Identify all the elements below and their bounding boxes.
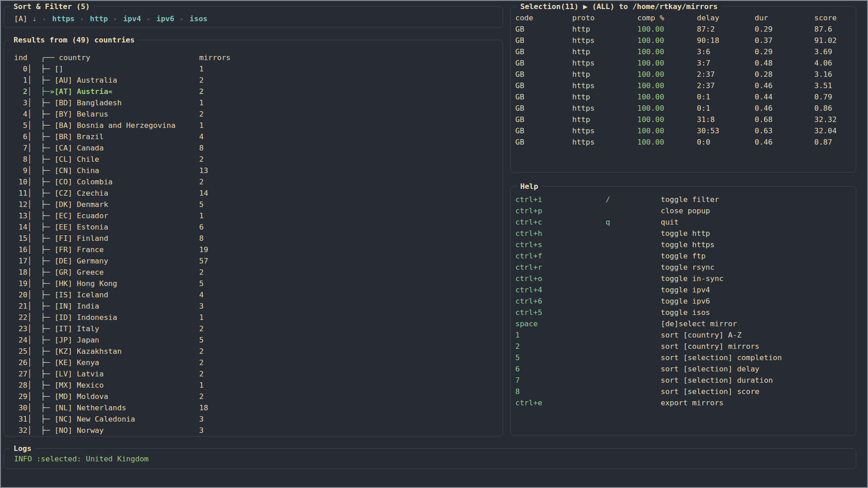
cell-code: GB [515, 23, 572, 35]
cell-score: 3.69 [814, 46, 832, 57]
country-row[interactable]: 11│ ├─ [CZ] Czechia14 [14, 188, 503, 199]
cell-code: GB [515, 125, 572, 136]
country-row[interactable]: 13│ ├─ [EC] Ecuador1 [14, 210, 503, 221]
cell-completion: 100.00 [637, 80, 697, 91]
help-keybinding: ctrl+r [515, 262, 606, 273]
country-row[interactable]: 18│ ├─ [GR] Greece2 [14, 267, 503, 278]
country-row[interactable]: 25│ ├─ [KZ] Kazakhstan2 [14, 346, 503, 357]
country-row[interactable]: 30│ ├─ [NL] Netherlands18 [14, 402, 503, 413]
help-description: toggle isos [661, 308, 710, 317]
country-row[interactable]: 0│ ├─ []1 [14, 63, 503, 75]
help-keybinding: ctrl+h [515, 228, 606, 239]
country-row[interactable]: 2│ ├─»[AT] Austria«2 [14, 86, 503, 97]
help-description: toggle ipv4 [661, 286, 710, 294]
country-row[interactable]: 26│ ├─ [KE] Kenya2 [14, 357, 503, 368]
country-row[interactable]: 17│ ├─ [DE] Germany57 [14, 255, 503, 267]
selection-row[interactable]: GBhttp100.000:10.440.79 [515, 91, 856, 103]
country-row[interactable]: 15│ ├─ [FI] Finland8 [14, 233, 503, 244]
country-mirror-count: 2 [199, 267, 204, 278]
help-description: sort [selection] duration [661, 376, 773, 385]
country-header-text: ind ╭── country [14, 53, 90, 62]
selection-row[interactable]: GBhttps100.0030:530.6332.04 [515, 125, 856, 136]
cell-score: 32.32 [814, 114, 837, 125]
country-mirror-count: 1 [199, 380, 204, 391]
help-description: close popup [661, 206, 710, 215]
country-row-text: 20│ ├─ [IS] Iceland [14, 291, 108, 299]
results-panel: Results from (49) countries ind ╭── coun… [4, 40, 503, 436]
selection-row[interactable]: GBhttp100.003:60.293.69 [515, 46, 856, 57]
country-row[interactable]: 27│ ├─ [LV] Latvia2 [14, 368, 503, 380]
cell-score: 0.87 [814, 136, 832, 148]
help-keybinding: 5 [515, 352, 606, 363]
help-description: sort [selection] delay [661, 365, 760, 373]
cell-completion: 100.00 [637, 46, 697, 57]
selection-row[interactable]: GBhttps100.000:10.460.86 [515, 103, 856, 114]
country-row[interactable]: 32│ ├─ [NO] Norway3 [14, 425, 503, 436]
country-row[interactable]: 9│ ├─ [CN] China13 [14, 165, 503, 176]
country-mirror-count: 2 [199, 323, 204, 334]
country-row[interactable]: 23│ ├─ [IT] Italy2 [14, 323, 503, 334]
selection-row[interactable]: GBhttps100.003:70.484.06 [515, 57, 856, 69]
cell-code: GB [515, 114, 572, 125]
country-row[interactable]: 20│ ├─ [IS] Iceland4 [14, 289, 503, 300]
filter-separator-icon: ▸ [80, 13, 84, 24]
country-row[interactable]: 7│ ├─ [CA] Canada8 [14, 142, 503, 154]
cell-proto: https [572, 125, 637, 136]
selection-row[interactable]: GBhttp100.002:370.283.16 [515, 69, 856, 80]
help-row: ctrl+eexport mirrors [515, 397, 856, 408]
country-row[interactable]: 22│ ├─ [ID] Indonesia1 [14, 312, 503, 323]
country-row[interactable]: 6│ ├─ [BR] Brazil4 [14, 131, 503, 142]
sort-direction-arrow-icon: ⇣ [33, 13, 37, 24]
cell-duration: 0.63 [755, 125, 814, 136]
country-row[interactable]: 29│ ├─ [MD] Moldova2 [14, 391, 503, 402]
country-mirror-count: 3 [199, 300, 204, 312]
help-row: ctrl+stoggle https [515, 239, 856, 250]
selection-col-header: score [814, 12, 837, 23]
help-row: ctrl+i/toggle filter [515, 194, 856, 205]
country-row[interactable]: 24│ ├─ [JP] Japan5 [14, 334, 503, 346]
cell-duration: 0.29 [755, 23, 814, 35]
country-row[interactable]: 16│ ├─ [FR] France19 [14, 244, 503, 255]
filter-tag-http[interactable]: http [90, 13, 108, 24]
country-row[interactable]: 4│ ├─ [BY] Belarus2 [14, 108, 503, 120]
country-row[interactable]: 14│ ├─ [EE] Estonia6 [14, 221, 503, 233]
filter-tag-https[interactable]: https [52, 13, 75, 24]
cell-score: 91.02 [814, 35, 837, 46]
country-row[interactable]: 31│ ├─ [NC] New Caledonia3 [14, 413, 503, 425]
cell-code: GB [515, 80, 572, 91]
sort-filter-title: Sort & Filter (5) [10, 1, 93, 12]
filter-tag-ipv6[interactable]: ipv6 [156, 13, 174, 24]
selection-row[interactable]: GBhttp100.0031:80.6832.32 [515, 114, 856, 125]
country-row[interactable]: 1│ ├─ [AU] Australia2 [14, 75, 503, 86]
country-row-text: 30│ ├─ [NL] Netherlands [14, 404, 126, 412]
help-keybinding: ctrl+s [515, 239, 606, 250]
cell-completion: 100.00 [637, 103, 697, 114]
country-row[interactable]: 19│ ├─ [HK] Hong Kong5 [14, 278, 503, 289]
country-mirror-count: 18 [199, 402, 208, 413]
selection-row[interactable]: GBhttps100.0090:180.3791.02 [515, 35, 856, 46]
country-row[interactable]: 3│ ├─ [BD] Bangladesh1 [14, 97, 503, 108]
country-header-mirrors: mirrors [199, 52, 231, 63]
sort-key-badge[interactable]: [A] [14, 13, 28, 24]
country-row[interactable]: 10│ ├─ [CO] Colombia2 [14, 176, 503, 188]
help-keybinding: ctrl+f [515, 250, 606, 262]
country-row[interactable]: 12│ ├─ [DK] Denmark5 [14, 199, 503, 210]
country-row-text: 12│ ├─ [DK] Denmark [14, 200, 108, 209]
country-row[interactable]: 5│ ├─ [BA] Bosnia and Herzegovina1 [14, 120, 503, 131]
country-row[interactable]: 8│ ├─ [CL] Chile2 [14, 154, 503, 165]
help-row: ctrl+pclose popup [515, 205, 856, 216]
filter-tag-list: ▸https▸http▸ipv4▸ipv6▸isos [37, 13, 208, 24]
filter-tag-ipv4[interactable]: ipv4 [123, 13, 141, 24]
country-row[interactable]: 28│ ├─ [MX] Mexico1 [14, 380, 503, 391]
selection-row[interactable]: GBhttps100.002:370.463.51 [515, 80, 856, 91]
cell-completion: 100.00 [637, 35, 697, 46]
cell-delay: 2:37 [697, 69, 755, 80]
country-row[interactable]: 21│ ├─ [IN] India3 [14, 300, 503, 312]
help-description: toggle ipv6 [661, 297, 710, 305]
cell-completion: 100.00 [637, 23, 697, 35]
country-mirror-count: 1 [199, 120, 204, 131]
help-keybinding: ctrl+e [515, 397, 606, 408]
filter-tag-isos[interactable]: isos [190, 13, 208, 24]
selection-row[interactable]: GBhttps100.000:00.460.87 [515, 136, 856, 148]
selection-row[interactable]: GBhttp100.0087:20.2987.6 [515, 23, 856, 35]
